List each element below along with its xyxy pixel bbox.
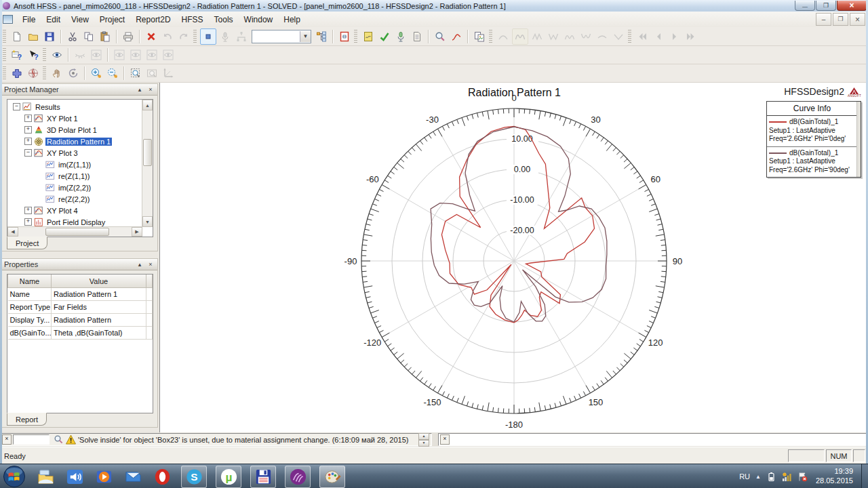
- maximize-button[interactable]: [816, 1, 836, 11]
- go-first-button[interactable]: [635, 29, 650, 44]
- scrollbar-thumb[interactable]: [45, 228, 109, 236]
- menu-window[interactable]: Window: [239, 13, 279, 26]
- new-button[interactable]: [9, 29, 24, 44]
- tree-horizontal-scrollbar[interactable]: ◀ ▶: [7, 226, 142, 237]
- property-row-display-ty[interactable]: Display Ty...Radiation Pattern: [8, 314, 153, 327]
- minimize-button[interactable]: [795, 1, 815, 11]
- tree-item-xy-plot-4[interactable]: +XY Plot 4: [7, 205, 142, 216]
- tree-item-re-z-1-1[interactable]: re(Z(1,1)): [7, 170, 142, 182]
- message-spinner[interactable]: ▲ ▼: [418, 433, 429, 447]
- tree-expander-icon[interactable]: +: [24, 218, 32, 226]
- create-report-button[interactable]: [449, 29, 464, 44]
- tray-expand-icon[interactable]: ▲: [755, 474, 761, 480]
- panel-close-icon[interactable]: ×: [146, 261, 155, 268]
- spinner-down-icon[interactable]: ▼: [418, 440, 429, 447]
- boolean-unite-button[interactable]: [9, 66, 24, 81]
- scroll-right-icon[interactable]: ▶: [132, 227, 142, 237]
- wave-5-button[interactable]: [562, 29, 577, 44]
- show-visibility-button[interactable]: [50, 47, 64, 62]
- sweep-around-axis-button[interactable]: [26, 66, 41, 81]
- hide-selection-button[interactable]: [73, 47, 87, 62]
- tree-item-xy-plot-3[interactable]: −XY Plot 3: [7, 147, 142, 159]
- context-help-button[interactable]: ?: [26, 47, 41, 62]
- optimetrics-button[interactable]: [361, 29, 376, 44]
- spinner-up-icon[interactable]: ▲: [418, 433, 429, 440]
- taskbar-mail-icon[interactable]: [123, 466, 143, 487]
- column-header-value[interactable]: Value: [52, 274, 146, 288]
- menu-project[interactable]: Project: [94, 13, 130, 26]
- validate-tree-button[interactable]: [314, 29, 329, 44]
- child-restore-button[interactable]: [833, 13, 848, 26]
- rotate-view-button[interactable]: [66, 66, 81, 81]
- property-row-report-type[interactable]: Report TypeFar Fields: [8, 301, 153, 314]
- open-button[interactable]: [26, 29, 41, 44]
- legend-entry-phi0[interactable]: dB(GainTotal)_1 Setup1 : LastAdaptive Fr…: [767, 116, 857, 146]
- taskbar-utorrent-icon[interactable]: µ: [216, 466, 241, 488]
- scroll-left-icon[interactable]: ◀: [7, 227, 18, 237]
- go-last-button[interactable]: [684, 29, 698, 44]
- tree-vertical-scrollbar[interactable]: ▲ ▼: [142, 100, 153, 227]
- tree-item-im-z-2-2[interactable]: im(Z(2,2)): [7, 182, 142, 193]
- battery-icon[interactable]: [766, 472, 776, 482]
- tab-report[interactable]: Report: [7, 413, 47, 426]
- close-button[interactable]: [837, 1, 867, 11]
- print-button[interactable]: [121, 29, 136, 44]
- taskbar-ansoft-icon[interactable]: [285, 466, 311, 488]
- wave-8-button[interactable]: [611, 29, 626, 44]
- tree-expander-icon[interactable]: +: [24, 115, 32, 122]
- wave-6-button[interactable]: [578, 29, 593, 44]
- wave-2-button[interactable]: [512, 28, 528, 45]
- scrollbar-thumb[interactable]: [143, 139, 152, 166]
- scroll-up-icon[interactable]: ▲: [142, 100, 153, 110]
- undo-button[interactable]: [160, 29, 175, 44]
- taskbar-volume-icon[interactable]: [64, 466, 85, 487]
- visibility-3-button[interactable]: [144, 47, 159, 62]
- paste-button[interactable]: [98, 29, 113, 44]
- menu-report2d[interactable]: Report2D: [130, 13, 176, 26]
- pan-button[interactable]: [50, 66, 64, 81]
- panel-collapse-icon[interactable]: ▴: [136, 86, 144, 94]
- network-signal-icon[interactable]: [782, 472, 792, 482]
- visibility-1-button[interactable]: [112, 47, 127, 62]
- tree-item-results[interactable]: −Results: [7, 101, 142, 113]
- document-window-icon[interactable]: [3, 15, 13, 24]
- panel-close-icon[interactable]: ×: [146, 86, 155, 94]
- copy-button[interactable]: [81, 29, 96, 44]
- language-indicator[interactable]: RU: [739, 472, 750, 481]
- tree-item-radiation-pattern-1[interactable]: +Radiation Pattern 1: [7, 136, 142, 147]
- property-row-db-gainto[interactable]: dB(GainTo...Theta ,dB(GainTotal): [8, 327, 153, 340]
- go-next-button[interactable]: [667, 29, 682, 44]
- taskbar-hfss-save-icon[interactable]: [250, 466, 276, 488]
- visibility-4-button[interactable]: [161, 47, 176, 62]
- visibility-2-button[interactable]: [128, 47, 143, 62]
- panel-collapse-icon[interactable]: ▴: [136, 261, 144, 268]
- menu-file[interactable]: File: [17, 13, 41, 26]
- probe-button[interactable]: [218, 29, 233, 44]
- search-report-button[interactable]: [433, 29, 448, 44]
- property-row-name[interactable]: NameRadiation Pattern 1: [8, 288, 153, 301]
- results-doc-button[interactable]: [410, 29, 425, 44]
- menu-edit[interactable]: Edit: [41, 13, 66, 26]
- orient-axes-button[interactable]: [161, 66, 176, 81]
- menu-hfss[interactable]: HFSS: [176, 13, 209, 26]
- taskbar-skype-icon[interactable]: S: [181, 466, 207, 488]
- tree-item-im-z-1-1[interactable]: im(Z(1,1)): [7, 159, 142, 170]
- message-close-icon[interactable]: ×: [2, 434, 12, 445]
- tree-expander-icon[interactable]: +: [24, 126, 32, 134]
- scroll-down-icon[interactable]: ▼: [142, 216, 153, 227]
- menu-view[interactable]: View: [66, 13, 94, 26]
- zoom-out-button[interactable]: [105, 66, 120, 81]
- tree-expander-icon[interactable]: −: [24, 149, 32, 157]
- zoom-in-button[interactable]: [89, 66, 104, 81]
- copy-image-button[interactable]: [472, 29, 487, 44]
- wave-7-button[interactable]: [595, 29, 610, 44]
- tab-project[interactable]: Project: [7, 237, 47, 249]
- search-icon[interactable]: [54, 434, 64, 445]
- action-center-flag-icon[interactable]: [797, 472, 808, 482]
- hide-in-view-button[interactable]: [89, 47, 104, 62]
- legend-entry-phi90[interactable]: dB(GainTotal)_1 Setup1 : LastAdaptive Fr…: [767, 146, 857, 178]
- tree-item-3d-polar-plot-1[interactable]: +3D Polar Plot 1: [7, 124, 142, 136]
- combo-dropdown-icon[interactable]: ▼: [300, 31, 311, 42]
- junction-button[interactable]: [234, 29, 249, 44]
- property-value[interactable]: Far Fields: [52, 301, 146, 314]
